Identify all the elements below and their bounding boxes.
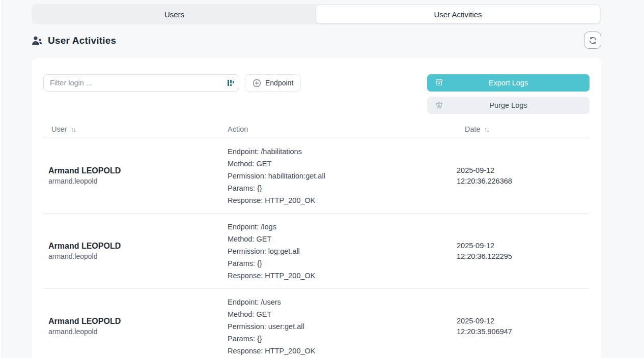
column-header-date-label: Date [465,125,481,133]
action-line: Permission: log:get.all [228,245,456,257]
page-title: User Activities [48,35,116,46]
date-cell: 2025-09-12 12:20:36.122295 [456,214,590,288]
action-line: Endpoint: /users [228,296,456,308]
user-login: armand.leopold [48,177,227,185]
window-left-edge [0,0,3,358]
action-line: Permission: user:get.all [228,320,456,333]
table-row: Armand LEOPOLD armand.leopold Endpoint: … [43,214,590,289]
action-cell: Endpoint: /habilitationsMethod: GETPermi… [227,138,456,213]
circle-plus-icon [253,79,261,87]
activities-table: User ↑↓ Action Date ↑↓ Armand LEOPOLD ar… [43,121,590,358]
user-login: armand.leopold [48,252,227,260]
column-header-action-label: Action [228,125,248,133]
user-name: Armand LEOPOLD [48,166,227,175]
column-header-date[interactable]: Date ↑↓ [456,121,590,138]
page-header: User Activities [32,31,601,51]
toolbar: Endpoint Export Logs [43,74,590,114]
action-cell: Endpoint: /usersMethod: GETPermission: u… [227,289,456,358]
refresh-icon [589,36,597,45]
date-value: 2025-09-12 [457,241,590,251]
user-name: Armand LEOPOLD [48,242,227,251]
export-logs-label: Export Logs [489,79,528,87]
add-endpoint-button[interactable]: Endpoint [245,74,301,92]
filter-login-input[interactable] [43,74,239,92]
date-value: 2025-09-12 [457,316,590,326]
user-cell: Armand LEOPOLD armand.leopold [43,289,227,358]
action-line: Method: GET [228,308,456,320]
activities-card: Endpoint Export Logs [32,57,601,358]
sort-icon-date: ↑↓ [484,126,489,133]
tab-users[interactable]: Users [33,5,316,23]
users-icon [32,36,43,46]
endpoint-button-label: Endpoint [265,79,293,87]
refresh-button[interactable] [584,32,601,49]
action-line: Params: {} [228,257,456,270]
sort-icon-user: ↑↓ [71,126,75,133]
user-cell: Armand LEOPOLD armand.leopold [43,138,227,213]
trash-icon [435,101,443,109]
table-row: Armand LEOPOLD armand.leopold Endpoint: … [43,289,590,358]
action-line: Params: {} [228,182,456,194]
purge-logs-button[interactable]: Purge Logs [427,97,590,114]
action-line: Response: HTTP_200_OK [228,345,456,357]
tab-user-activities[interactable]: User Activities [316,5,600,23]
action-cell: Endpoint: /logsMethod: GETPermission: lo… [227,214,456,288]
action-line: Method: GET [228,233,456,245]
table-row: Armand LEOPOLD armand.leopold Endpoint: … [43,138,590,214]
time-value: 12:20:36.226368 [457,176,590,187]
date-value: 2025-09-12 [457,165,590,176]
table-body: Armand LEOPOLD armand.leopold Endpoint: … [43,138,590,358]
column-header-user[interactable]: User ↑↓ [43,121,227,138]
tab-bar: Users User Activities [32,4,601,24]
user-cell: Armand LEOPOLD armand.leopold [43,214,227,288]
filter-bars-icon [227,78,235,87]
log-actions: Export Logs Purge Logs [427,74,590,114]
column-header-action: Action [227,121,456,138]
time-value: 12:20:35.906947 [457,326,590,337]
date-cell: 2025-09-12 12:20:35.906947 [456,289,590,358]
user-name: Armand LEOPOLD [48,317,227,326]
export-box-icon [435,78,443,87]
action-line: Endpoint: /logs [228,221,456,233]
date-cell: 2025-09-12 12:20:36.226368 [456,138,590,213]
purge-logs-label: Purge Logs [489,101,527,109]
filter-login-wrapper [43,74,239,92]
time-value: 12:20:36.122295 [457,251,590,262]
action-line: Endpoint: /habilitations [228,145,456,158]
action-line: Response: HTTP_200_OK [228,270,456,282]
action-line: Permission: habilitation:get.all [228,170,456,182]
table-header-row: User ↑↓ Action Date ↑↓ [43,121,590,138]
action-line: Response: HTTP_200_OK [228,194,456,206]
user-login: armand.leopold [48,327,227,336]
column-header-user-label: User [51,125,67,133]
action-line: Params: {} [228,333,456,345]
action-line: Method: GET [228,158,456,170]
export-logs-button[interactable]: Export Logs [427,74,590,92]
